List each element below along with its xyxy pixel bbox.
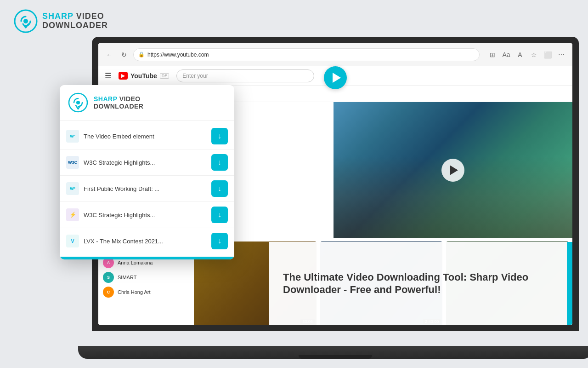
- ext-list-item-5: V LVX - The Mix Contest 2021...: [60, 228, 234, 254]
- lock-icon: 🔒: [138, 52, 145, 58]
- ext-sharp-label: SHARP: [94, 95, 117, 103]
- sub-name-3: SIMART: [118, 275, 136, 280]
- promo-headline: The Ultimate Video Downloading Tool: Sha…: [283, 271, 559, 296]
- logo-downloader: DOWNLOADER: [42, 21, 108, 30]
- ext-list-item-1: W³ The Video Embed element: [60, 123, 234, 150]
- ext-header: SHARP VIDEO DOWNLOADER: [60, 85, 234, 121]
- logo-sharp: SHARP: [42, 12, 74, 21]
- browser-actions: ⊞ Aa A ☆ ⬜ ⋯: [487, 49, 567, 60]
- yt-hamburger-menu[interactable]: ☰: [105, 71, 111, 80]
- browser-play-indicator[interactable]: [324, 66, 347, 89]
- browser-back-button[interactable]: ←: [104, 49, 115, 60]
- yt-search-placeholder: Enter your: [182, 73, 208, 79]
- featured-play-button[interactable]: [441, 159, 464, 182]
- ext-site-icon-3: W³: [66, 182, 79, 195]
- yt-logo-text: YouTube: [130, 72, 157, 80]
- browser-star-icon[interactable]: ☆: [528, 49, 539, 60]
- browser-refresh-button[interactable]: ↻: [119, 49, 130, 60]
- ext-list-item-2: W3C W3C Strategic Highlights...: [60, 150, 234, 176]
- ext-video-label: VIDEO: [117, 95, 140, 103]
- featured-video-overlay: [334, 102, 572, 238]
- ext-download-btn-1[interactable]: [211, 128, 228, 144]
- ext-video-list: W³ The Video Embed element W3C W3C Strat…: [60, 121, 234, 257]
- ext-download-btn-3[interactable]: [211, 180, 228, 197]
- browser-url-bar[interactable]: 🔒 https://www.youtube.com: [133, 48, 480, 61]
- laptop-base: [78, 346, 588, 359]
- top-logo-area: SHARP VIDEO DOWNLOADER: [14, 9, 108, 33]
- ext-item-title-3: First Public Working Draft: ...: [84, 185, 207, 192]
- sub-name-4: Chris Hong Art: [118, 289, 151, 295]
- ext-list-item-3: W³ First Public Working Draft: ...: [60, 176, 234, 202]
- sub-avatar-4: C: [103, 287, 114, 298]
- ext-logo-icon: [68, 92, 88, 113]
- ext-item-title-2: W3C Strategic Highlights...: [84, 159, 207, 166]
- browser-more-icon[interactable]: ⋯: [556, 49, 567, 60]
- ext-scroll-indicator: [60, 257, 234, 259]
- extension-panel: SHARP VIDEO DOWNLOADER W³ The Video Embe…: [60, 85, 234, 259]
- sub-name-2: Anna Lomakina: [118, 260, 153, 265]
- ext-download-btn-5[interactable]: [211, 233, 228, 249]
- yt-de-badge: DE: [160, 73, 170, 79]
- sub-item-4[interactable]: C Chris Hong Art: [103, 285, 181, 299]
- top-logo-icon: [14, 9, 38, 33]
- sub-avatar-3: S: [103, 272, 114, 283]
- ext-item-title-1: The Video Embed element: [84, 133, 207, 140]
- promo-cyan-stripe: [567, 242, 572, 325]
- sub-item-3[interactable]: S SIMART: [103, 270, 181, 285]
- promo-panel: The Ultimate Video Downloading Tool: Sha…: [269, 242, 572, 325]
- browser-sidebar-icon[interactable]: ⬜: [542, 49, 553, 60]
- yt-search-bar[interactable]: Enter your: [176, 69, 314, 82]
- yt-logo-area: ▶ YouTube DE: [119, 72, 169, 80]
- yt-logo-icon: ▶: [119, 72, 128, 80]
- ext-site-icon-4: ⚡: [66, 208, 79, 221]
- ext-item-title-4: W3C Strategic Highlights...: [84, 212, 207, 218]
- svg-point-3: [76, 101, 80, 104]
- top-logo-text: SHARP VIDEO DOWNLOADER: [42, 12, 108, 30]
- ext-logo-text: SHARP VIDEO DOWNLOADER: [94, 95, 143, 110]
- browser-chrome: ← ↻ 🔒 https://www.youtube.com ⊞ Aa A ☆ ⬜…: [98, 43, 572, 66]
- ext-site-icon-2: W3C: [66, 156, 79, 169]
- ext-site-icon-1: W³: [66, 130, 79, 143]
- ext-download-btn-2[interactable]: [211, 154, 228, 171]
- ext-list-item-4: ⚡ W3C Strategic Highlights...: [60, 202, 234, 228]
- logo-video: VIDEO: [74, 12, 104, 21]
- browser-grid-icon[interactable]: ⊞: [487, 49, 498, 60]
- featured-video[interactable]: [334, 102, 572, 238]
- ext-item-title-5: LVX - The Mix Contest 2021...: [84, 238, 207, 245]
- ext-download-btn-4[interactable]: [211, 207, 228, 223]
- ext-downloader-label: DOWNLOADER: [94, 103, 143, 110]
- browser-url: https://www.youtube.com: [147, 52, 209, 58]
- ext-site-icon-5: V: [66, 235, 79, 247]
- browser-aa-icon[interactable]: Aa: [501, 49, 512, 60]
- browser-font-icon[interactable]: A: [514, 49, 526, 60]
- svg-point-1: [23, 19, 28, 23]
